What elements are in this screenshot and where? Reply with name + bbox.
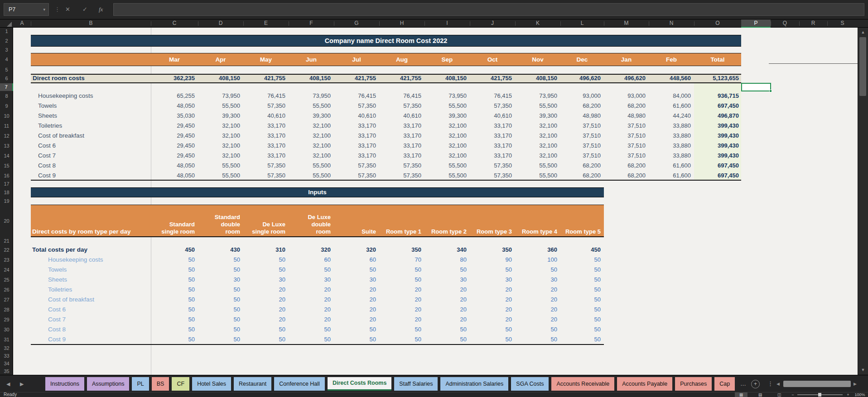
input-cell[interactable]: 50: [289, 335, 331, 344]
cost-cell[interactable]: 37,510: [560, 151, 601, 161]
cost-cell[interactable]: 44,240: [649, 111, 691, 121]
row-header-20[interactable]: 20: [0, 205, 13, 237]
summary-cell[interactable]: 362,235: [151, 74, 195, 83]
cost-total-cell[interactable]: 697,450: [694, 171, 739, 181]
row-header-9[interactable]: 9: [0, 101, 13, 111]
cost-row-label[interactable]: Cost of breakfast: [38, 131, 149, 141]
input-cell[interactable]: 50: [198, 315, 240, 325]
cost-cell[interactable]: 37,510: [560, 131, 601, 141]
view-page-layout-icon[interactable]: ▤: [754, 392, 767, 397]
cost-cell[interactable]: 33,170: [470, 151, 512, 161]
cost-cell[interactable]: 33,170: [470, 121, 512, 131]
selected-cell[interactable]: [741, 83, 771, 91]
input-cell[interactable]: 20: [424, 305, 467, 315]
input-cell[interactable]: 50: [151, 255, 195, 265]
cost-cell[interactable]: 76,415: [470, 91, 512, 101]
cost-cell[interactable]: 29,450: [151, 141, 195, 151]
summary-cell[interactable]: 496,620: [560, 74, 601, 83]
hscroll-right-icon[interactable]: ▶: [854, 380, 857, 387]
input-cell[interactable]: 50: [470, 265, 512, 275]
cost-cell[interactable]: 55,500: [424, 171, 467, 181]
cost-total-cell[interactable]: 399,430: [694, 131, 739, 141]
cost-cell[interactable]: 32,100: [424, 131, 467, 141]
summary-cell[interactable]: 408,150: [515, 74, 557, 83]
input-row-label[interactable]: Towels: [48, 265, 149, 275]
row-header-8[interactable]: 8: [0, 91, 13, 101]
input-cell[interactable]: 20: [243, 285, 285, 295]
cost-row-label[interactable]: Sheets: [38, 111, 149, 121]
input-cell[interactable]: 50: [379, 275, 421, 285]
input-cell[interactable]: 20: [379, 315, 421, 325]
input-cell[interactable]: 20: [334, 285, 376, 295]
cost-cell[interactable]: 33,170: [334, 121, 376, 131]
cost-cell[interactable]: 33,170: [379, 131, 421, 141]
input-cell[interactable]: 20: [334, 295, 376, 305]
inputs-total-cell[interactable]: 350: [379, 245, 421, 255]
input-cell[interactable]: 50: [560, 295, 601, 305]
cost-cell[interactable]: 32,100: [198, 121, 240, 131]
input-cell[interactable]: 50: [198, 325, 240, 335]
cost-cell[interactable]: 68,200: [604, 161, 646, 171]
cost-cell[interactable]: 57,350: [379, 161, 421, 171]
input-cell[interactable]: 50: [151, 285, 195, 295]
cost-cell[interactable]: 68,200: [560, 171, 601, 181]
formula-input[interactable]: [113, 3, 864, 16]
summary-cell[interactable]: 408,150: [424, 74, 467, 83]
input-cell[interactable]: 50: [560, 305, 601, 315]
cost-cell[interactable]: 57,350: [470, 171, 512, 181]
cost-cell[interactable]: 29,450: [151, 131, 195, 141]
cost-cell[interactable]: 55,500: [198, 171, 240, 181]
row-header-33[interactable]: 33: [0, 352, 13, 360]
input-cell[interactable]: 50: [198, 335, 240, 344]
input-cell[interactable]: 50: [151, 305, 195, 315]
input-cell[interactable]: 50: [198, 255, 240, 265]
input-cell[interactable]: 70: [379, 255, 421, 265]
cost-row-label[interactable]: Housekeeping costs: [38, 91, 149, 101]
cost-cell[interactable]: 37,510: [560, 121, 601, 131]
row-header-4[interactable]: 4: [0, 53, 13, 66]
zoom-slider-thumb[interactable]: [818, 393, 821, 397]
input-cell[interactable]: 20: [515, 285, 557, 295]
summary-cell[interactable]: 448,560: [649, 74, 691, 83]
row-header-28[interactable]: 28: [0, 305, 13, 315]
cost-cell[interactable]: 48,980: [560, 111, 601, 121]
scroll-down-icon[interactable]: ▼: [859, 367, 867, 373]
input-cell[interactable]: 50: [243, 255, 285, 265]
input-cell[interactable]: 50: [243, 335, 285, 344]
zoom-level[interactable]: 100%: [853, 392, 867, 397]
input-cell[interactable]: 20: [379, 305, 421, 315]
sheet-tab-assumptions[interactable]: Assumptions: [87, 377, 130, 391]
input-row-label[interactable]: Cost of breakfast: [48, 295, 149, 305]
summary-cell[interactable]: 408,150: [198, 74, 240, 83]
column-header-N[interactable]: N: [649, 19, 694, 28]
column-header-F[interactable]: F: [289, 19, 334, 28]
cost-cell[interactable]: 57,350: [334, 161, 376, 171]
cost-cell[interactable]: 73,950: [198, 91, 240, 101]
column-header-P[interactable]: P: [741, 19, 771, 28]
cost-cell[interactable]: 33,880: [649, 141, 691, 151]
sheet-tab-accounts-receivable[interactable]: Accounts Receivable: [551, 377, 614, 391]
column-header-H[interactable]: H: [379, 19, 424, 28]
input-row-label[interactable]: Housekeeping costs: [48, 255, 149, 265]
cost-cell[interactable]: 57,350: [334, 171, 376, 181]
cost-cell[interactable]: 33,170: [379, 121, 421, 131]
inputs-total-cell[interactable]: 450: [560, 245, 601, 255]
cost-cell[interactable]: 37,510: [604, 121, 646, 131]
cost-cell[interactable]: 93,000: [604, 91, 646, 101]
row-header-32[interactable]: 32: [0, 344, 13, 352]
sheet-tab-restaurant[interactable]: Restaurant: [234, 377, 271, 391]
cost-cell[interactable]: 33,170: [243, 121, 285, 131]
cost-cell[interactable]: 33,170: [379, 141, 421, 151]
cost-cell[interactable]: 32,100: [515, 141, 557, 151]
row-header-23[interactable]: 23: [0, 255, 13, 265]
sheet-tab-accounts-payable[interactable]: Accounts Payable: [617, 377, 672, 391]
cost-cell[interactable]: 37,510: [604, 131, 646, 141]
inputs-total-cell[interactable]: 360: [515, 245, 557, 255]
cost-row-label[interactable]: Cost 8: [38, 161, 149, 171]
cost-total-cell[interactable]: 697,450: [694, 101, 739, 111]
input-cell[interactable]: 20: [470, 285, 512, 295]
formula-kebab-icon[interactable]: ⋮: [54, 3, 60, 16]
sheet-tab-cf[interactable]: CF: [172, 377, 189, 391]
cost-cell[interactable]: 33,170: [243, 141, 285, 151]
column-header-L[interactable]: L: [560, 19, 604, 28]
